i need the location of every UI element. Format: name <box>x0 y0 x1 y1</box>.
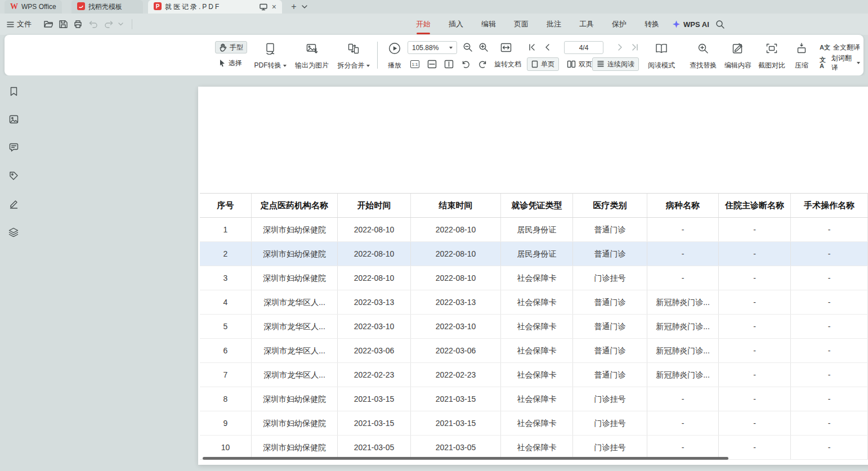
tab-insert[interactable]: 插入 <box>448 19 464 29</box>
new-tab-button[interactable]: + <box>288 1 299 12</box>
tab-edit[interactable]: 编辑 <box>481 19 496 29</box>
rotate-right-button[interactable] <box>476 58 489 70</box>
first-page-button[interactable] <box>526 41 538 53</box>
table-cell: - <box>647 387 719 411</box>
fit-width-button[interactable] <box>426 58 438 70</box>
table-cell: 7 <box>200 363 252 387</box>
tab-docer-templates[interactable]: 找稻壳模板 <box>71 0 143 14</box>
select-tool-button[interactable]: 选择 <box>215 57 245 69</box>
prev-page-button[interactable] <box>541 41 553 53</box>
word-translate-button[interactable]: 文A 划词翻译 <box>816 57 863 69</box>
hand-tool-button[interactable]: 手型 <box>215 41 247 53</box>
redo-button[interactable] <box>104 14 113 35</box>
table-cell: 8 <box>200 387 252 411</box>
tab-wps-office[interactable]: W WPS Office <box>5 0 62 14</box>
tab-list-chevron-icon[interactable] <box>299 1 310 12</box>
table-cell: 社会保障卡 <box>501 411 573 435</box>
open-button[interactable] <box>44 14 53 35</box>
tab-comment[interactable]: 批注 <box>546 19 562 29</box>
actual-size-button[interactable]: 1:1 <box>409 58 421 70</box>
tab-document[interactable]: P 就医记录.PDF × <box>148 0 282 14</box>
medical-records-table: 序号定点医药机构名称开始时间结束时间就诊凭证类型医疗类别病种名称住院主诊断名称手… <box>200 193 868 460</box>
file-menu-button[interactable]: 文件 <box>7 14 32 35</box>
menubar-search-button[interactable] <box>715 14 724 35</box>
single-page-button[interactable]: 单页 <box>527 57 559 71</box>
fit-page-button[interactable] <box>442 58 455 70</box>
rotate-left-button[interactable] <box>459 58 472 70</box>
table-cell: - <box>719 436 791 459</box>
table-cell: 普通门诊 <box>573 290 647 314</box>
rotate-left-icon <box>461 60 471 69</box>
export-image-button[interactable]: 输出为图片 <box>292 39 332 72</box>
undo-button[interactable] <box>89 14 98 35</box>
pdf-convert-button[interactable]: PDF转换 <box>251 39 289 72</box>
table-row: 1深圳市妇幼保健院2022-08-102022-08-10居民身份证普通门诊--… <box>200 218 868 242</box>
undo-history-chevron[interactable] <box>118 14 123 35</box>
tab-close-icon[interactable]: × <box>272 3 276 11</box>
table-cell: - <box>791 315 868 338</box>
save-button[interactable] <box>59 14 68 35</box>
select-tool-label: 选择 <box>229 59 242 68</box>
folder-open-icon <box>44 20 53 28</box>
find-replace-button[interactable]: 查找替换 <box>687 39 719 72</box>
table-cell: - <box>647 218 719 241</box>
table-cell: 2022-03-06 <box>338 339 411 362</box>
annotations-panel-button[interactable] <box>6 168 21 183</box>
menubar-divider <box>132 19 132 29</box>
tab-tools[interactable]: 工具 <box>579 19 594 29</box>
tab-home[interactable]: 开始 <box>415 19 431 29</box>
find-replace-label: 查找替换 <box>690 61 717 70</box>
table-header-cell: 医疗类别 <box>573 194 647 217</box>
zoom-in-button[interactable] <box>477 41 490 53</box>
zoom-out-icon <box>463 42 473 52</box>
play-button[interactable]: 播放 <box>382 39 408 72</box>
comments-panel-button[interactable] <box>6 140 21 155</box>
pdf-page[interactable]: 序号定点医药机构名称开始时间结束时间就诊凭证类型医疗类别病种名称住院主诊断名称手… <box>198 87 868 465</box>
table-cell: 3 <box>200 266 252 290</box>
prev-page-icon <box>544 43 550 51</box>
page-number-input[interactable] <box>564 41 603 54</box>
zoom-level-combobox[interactable]: 105.88% <box>408 41 457 54</box>
tab-protect[interactable]: 保护 <box>611 19 627 29</box>
table-row: 7深圳市龙华区人...2022-02-232022-02-23社会保障卡普通门诊… <box>200 363 868 387</box>
layers-panel-button[interactable] <box>6 224 21 240</box>
wps-ai-button[interactable]: WPS AI <box>672 14 709 35</box>
table-cell: 深圳市妇幼保健院 <box>252 387 338 411</box>
horizontal-scrollbar[interactable] <box>203 457 728 460</box>
table-row: 6深圳市龙华区人...2022-03-062022-03-06社会保障卡普通门诊… <box>200 339 868 363</box>
table-cell: 深圳市妇幼保健院 <box>252 411 338 435</box>
table-cell: - <box>719 266 791 290</box>
table-cell: 2022-08-10 <box>411 242 501 266</box>
split-merge-button[interactable]: 拆分合并 <box>334 39 373 72</box>
table-cell: 深圳市妇幼保健院 <box>252 242 338 266</box>
table-header-cell: 就诊凭证类型 <box>501 194 573 217</box>
compress-button[interactable]: 压缩 <box>789 39 814 72</box>
table-cell: 深圳市龙华区人... <box>252 315 338 338</box>
last-page-button[interactable] <box>629 41 641 53</box>
table-row: 2深圳市妇幼保健院2022-08-102022-08-10居民身份证普通门诊--… <box>200 242 868 266</box>
table-row: 4深圳市龙华区人...2022-03-132022-03-13社会保障卡普通门诊… <box>200 290 868 315</box>
rotate-doc-button[interactable]: 旋转文档 <box>494 58 521 70</box>
table-cell: - <box>719 218 791 241</box>
tab-convert[interactable]: 转换 <box>644 19 660 29</box>
table-cell: 普通门诊 <box>573 339 647 362</box>
next-page-icon <box>618 43 623 51</box>
full-translate-button[interactable]: A文 全文翻译 <box>816 41 863 53</box>
bookmarks-panel-button[interactable] <box>6 83 21 99</box>
edit-content-button[interactable]: 编辑内容 <box>722 39 754 72</box>
screenshot-compare-button[interactable]: 截图对比 <box>755 39 788 72</box>
table-header-cell: 手术操作名称 <box>791 194 868 217</box>
zoom-out-button[interactable] <box>462 41 474 53</box>
signature-panel-button[interactable] <box>6 196 21 212</box>
read-mode-button[interactable]: 阅读模式 <box>644 39 679 72</box>
thumbnails-panel-button[interactable] <box>6 111 21 127</box>
table-cell: 2021-03-15 <box>411 411 501 435</box>
print-button[interactable] <box>74 14 82 35</box>
document-viewport[interactable]: 序号定点医药机构名称开始时间结束时间就诊凭证类型医疗类别病种名称住院主诊断名称手… <box>0 75 868 471</box>
tab-page[interactable]: 页面 <box>513 19 529 29</box>
fit-window-button[interactable] <box>499 41 513 53</box>
continuous-read-button[interactable]: 连续阅读 <box>592 57 639 71</box>
tag-icon <box>9 171 19 181</box>
next-page-button[interactable] <box>614 41 627 53</box>
table-cell: 2022-08-10 <box>411 218 501 241</box>
